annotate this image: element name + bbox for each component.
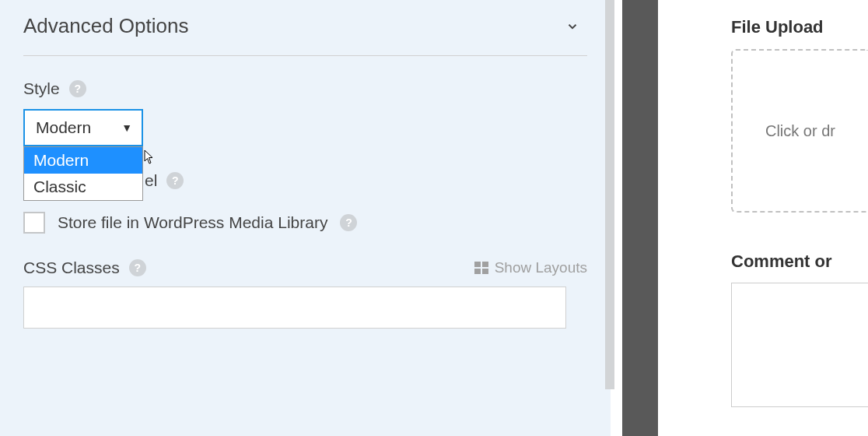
hide-label-fragment: el [145, 171, 157, 190]
chevron-down-icon [565, 19, 579, 33]
css-classes-left: CSS Classes ? [23, 258, 146, 277]
section-header[interactable]: Advanced Options [23, 14, 587, 38]
help-icon[interactable]: ? [340, 214, 357, 231]
style-select-wrap: Modern ▼ Modern Classic [23, 109, 143, 146]
dropdown-option-modern[interactable]: Modern [24, 147, 142, 174]
select-caret-icon: ▼ [121, 121, 132, 134]
file-upload-dropzone[interactable]: Click or dr [731, 49, 868, 213]
upload-hint: Click or dr [765, 122, 835, 140]
help-icon[interactable]: ? [166, 172, 184, 189]
scrollbar[interactable] [605, 0, 614, 389]
dropdown-option-classic[interactable]: Classic [24, 174, 142, 200]
preview-panel: File Upload Click or dr Comment or [658, 0, 868, 436]
show-layouts-button[interactable]: Show Layouts [474, 259, 587, 276]
style-label: Style [23, 79, 60, 98]
file-upload-title: File Upload [658, 0, 868, 49]
style-dropdown: Modern Classic [23, 146, 143, 201]
comment-textarea[interactable] [731, 283, 868, 407]
file-upload-card: File Upload Click or dr Comment or [658, 0, 868, 407]
style-selected-value: Modern [36, 118, 91, 137]
store-file-row: Store file in WordPress Media Library ? [23, 212, 587, 234]
divider [23, 55, 587, 56]
advanced-options-panel: Advanced Options Style ? Modern ▼ Modern… [0, 0, 611, 436]
style-select[interactable]: Modern ▼ [23, 109, 143, 146]
style-label-row: Style ? [23, 79, 587, 98]
css-classes-label: CSS Classes [23, 258, 120, 277]
css-classes-row: CSS Classes ? Show Layouts [23, 258, 587, 277]
sidebar-gap [622, 0, 658, 436]
show-layouts-label: Show Layouts [495, 259, 587, 276]
section-title: Advanced Options [23, 14, 188, 38]
help-icon[interactable]: ? [129, 259, 146, 276]
help-icon[interactable]: ? [69, 80, 86, 97]
comment-label: Comment or [658, 251, 868, 283]
store-file-label: Store file in WordPress Media Library [58, 213, 327, 232]
grid-icon [474, 262, 488, 274]
css-classes-input[interactable] [23, 287, 566, 329]
store-file-checkbox[interactable] [23, 212, 45, 234]
cursor-icon [144, 149, 155, 169]
